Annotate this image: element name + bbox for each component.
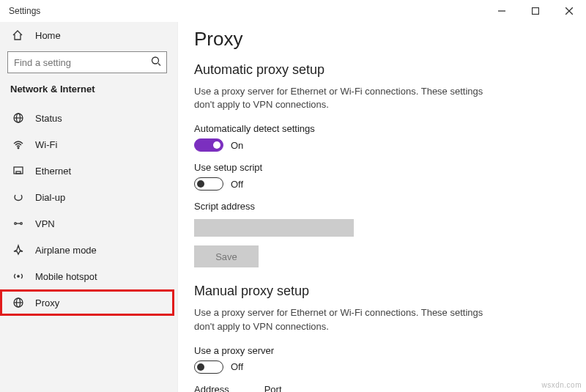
setup-script-toggle[interactable]: Off xyxy=(194,177,568,191)
sidebar: Home Network & Internet Status Wi-Fi xyxy=(0,22,178,392)
toggle-track xyxy=(194,177,223,191)
use-proxy-toggle[interactable]: Off xyxy=(194,360,568,374)
toggle-thumb xyxy=(213,141,220,149)
sidebar-item-wifi[interactable]: Wi-Fi xyxy=(0,131,174,158)
script-address-label: Script address xyxy=(194,201,568,212)
watermark: wsxdn.com xyxy=(541,381,582,389)
toggle-thumb xyxy=(197,363,204,371)
sidebar-item-status[interactable]: Status xyxy=(0,105,174,131)
svg-rect-10 xyxy=(14,167,23,174)
sidebar-section-title: Network & Internet xyxy=(0,84,174,105)
script-address-input[interactable] xyxy=(194,219,354,237)
svg-line-5 xyxy=(158,64,160,66)
sidebar-item-proxy[interactable]: Proxy xyxy=(0,289,174,316)
hotspot-icon xyxy=(12,270,25,282)
proxy-icon xyxy=(12,297,25,308)
port-label: Port xyxy=(264,384,282,392)
manual-proxy-heading: Manual proxy setup xyxy=(194,284,568,299)
svg-point-9 xyxy=(18,147,19,149)
sidebar-item-label: Status xyxy=(35,113,62,124)
sidebar-item-label: Airplane mode xyxy=(35,245,97,256)
save-button[interactable]: Save xyxy=(194,245,259,267)
search-input[interactable] xyxy=(7,51,167,73)
svg-rect-1 xyxy=(533,8,539,15)
dialup-icon xyxy=(12,191,25,203)
close-button[interactable] xyxy=(552,0,586,22)
globe-icon xyxy=(12,112,25,124)
toggle-track xyxy=(194,360,223,374)
use-proxy-label: Use a proxy server xyxy=(194,345,568,356)
page-title: Proxy xyxy=(194,28,568,51)
toggle-state: On xyxy=(231,140,243,151)
vpn-icon xyxy=(12,218,25,229)
search-icon xyxy=(151,56,161,69)
titlebar: Settings xyxy=(0,0,586,22)
maximize-button[interactable] xyxy=(519,0,552,22)
svg-point-12 xyxy=(15,223,17,225)
ethernet-icon xyxy=(12,165,25,177)
address-label: Address xyxy=(194,384,229,392)
sidebar-home[interactable]: Home xyxy=(0,23,174,47)
auto-detect-toggle[interactable]: On xyxy=(194,138,568,152)
toggle-state: Off xyxy=(231,179,243,190)
toggle-state: Off xyxy=(231,361,243,372)
sidebar-item-label: Dial-up xyxy=(35,192,65,203)
home-icon xyxy=(12,29,25,41)
sidebar-home-label: Home xyxy=(35,30,61,41)
wifi-icon xyxy=(12,138,25,150)
auto-proxy-desc: Use a proxy server for Ethernet or Wi-Fi… xyxy=(194,85,502,111)
toggle-thumb xyxy=(197,180,204,188)
manual-proxy-desc: Use a proxy server for Ethernet or Wi-Fi… xyxy=(194,306,502,333)
auto-proxy-heading: Automatic proxy setup xyxy=(194,62,568,78)
setup-script-label: Use setup script xyxy=(194,162,568,173)
sidebar-item-airplane[interactable]: Airplane mode xyxy=(0,237,174,263)
sidebar-item-label: Ethernet xyxy=(35,166,71,177)
airplane-icon xyxy=(12,244,25,256)
window-title: Settings xyxy=(9,6,40,16)
sidebar-item-label: VPN xyxy=(35,218,55,229)
address-port-row: Address Port xyxy=(194,384,568,392)
sidebar-item-label: Wi-Fi xyxy=(35,139,57,150)
auto-detect-label: Automatically detect settings xyxy=(194,123,568,134)
search-wrap xyxy=(7,51,167,73)
sidebar-item-vpn[interactable]: VPN xyxy=(0,210,174,237)
svg-point-4 xyxy=(152,57,159,64)
svg-point-13 xyxy=(21,223,23,225)
sidebar-item-hotspot[interactable]: Mobile hotspot xyxy=(0,263,174,289)
window-controls xyxy=(485,0,586,22)
sidebar-item-label: Mobile hotspot xyxy=(35,271,97,282)
sidebar-item-label: Proxy xyxy=(35,297,59,308)
content: Proxy Automatic proxy setup Use a proxy … xyxy=(178,22,586,392)
minimize-button[interactable] xyxy=(485,0,519,22)
svg-rect-11 xyxy=(16,171,21,174)
sidebar-item-dialup[interactable]: Dial-up xyxy=(0,184,174,210)
sidebar-item-ethernet[interactable]: Ethernet xyxy=(0,158,174,184)
toggle-track xyxy=(194,138,223,152)
svg-point-15 xyxy=(18,275,19,277)
